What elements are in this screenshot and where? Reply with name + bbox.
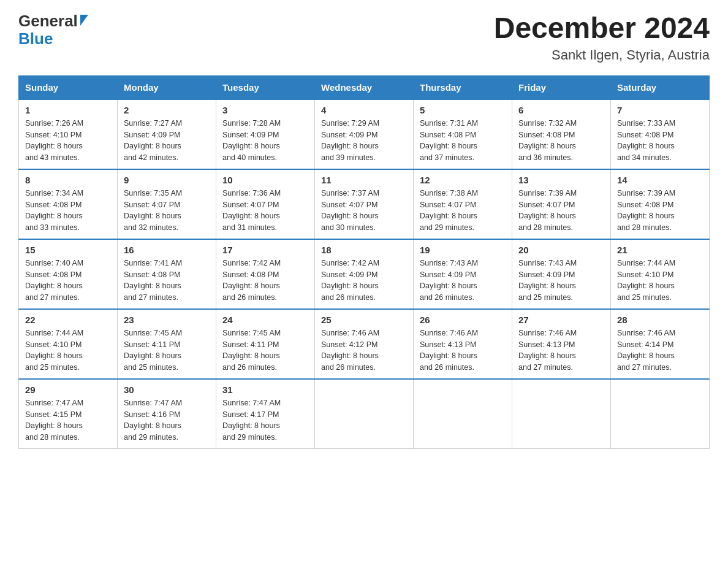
day-number: 2 — [124, 105, 210, 115]
calendar-cell — [315, 379, 414, 449]
day-info: Sunrise: 7:26 AMSunset: 4:10 PMDaylight:… — [25, 118, 111, 164]
calendar-cell: 13 Sunrise: 7:39 AMSunset: 4:07 PMDaylig… — [512, 169, 611, 239]
day-header-sunday: Sunday — [19, 75, 118, 99]
calendar-cell: 18 Sunrise: 7:42 AMSunset: 4:09 PMDaylig… — [315, 239, 414, 309]
calendar-table: SundayMondayTuesdayWednesdayThursdayFrid… — [18, 75, 710, 449]
calendar-cell: 14 Sunrise: 7:39 AMSunset: 4:08 PMDaylig… — [611, 169, 710, 239]
calendar-cell: 7 Sunrise: 7:33 AMSunset: 4:08 PMDayligh… — [611, 99, 710, 169]
calendar-cell: 12 Sunrise: 7:38 AMSunset: 4:07 PMDaylig… — [414, 169, 512, 239]
calendar-cell: 4 Sunrise: 7:29 AMSunset: 4:09 PMDayligh… — [315, 99, 414, 169]
calendar-cell: 21 Sunrise: 7:44 AMSunset: 4:10 PMDaylig… — [611, 239, 710, 309]
day-number: 12 — [420, 175, 506, 185]
page-subtitle: Sankt Ilgen, Styria, Austria — [494, 47, 710, 63]
day-number: 18 — [321, 245, 407, 255]
page-header: General Blue December 2024 Sankt Ilgen, … — [18, 12, 710, 63]
calendar-cell: 17 Sunrise: 7:42 AMSunset: 4:08 PMDaylig… — [216, 239, 315, 309]
day-number: 16 — [124, 245, 210, 255]
day-info: Sunrise: 7:36 AMSunset: 4:07 PMDaylight:… — [222, 188, 308, 234]
day-info: Sunrise: 7:43 AMSunset: 4:09 PMDaylight:… — [420, 258, 506, 304]
calendar-cell: 16 Sunrise: 7:41 AMSunset: 4:08 PMDaylig… — [118, 239, 216, 309]
day-number: 19 — [420, 245, 506, 255]
day-header-monday: Monday — [118, 75, 216, 99]
day-number: 23 — [124, 315, 210, 325]
day-number: 10 — [222, 175, 308, 185]
day-number: 8 — [25, 175, 111, 185]
calendar-cell: 26 Sunrise: 7:46 AMSunset: 4:13 PMDaylig… — [414, 309, 512, 379]
title-block: December 2024 Sankt Ilgen, Styria, Austr… — [494, 12, 710, 63]
day-info: Sunrise: 7:42 AMSunset: 4:08 PMDaylight:… — [222, 258, 308, 304]
day-number: 22 — [25, 315, 111, 325]
day-header-tuesday: Tuesday — [216, 75, 315, 99]
calendar-cell: 20 Sunrise: 7:43 AMSunset: 4:09 PMDaylig… — [512, 239, 611, 309]
day-number: 24 — [222, 315, 308, 325]
calendar-cell — [414, 379, 512, 449]
calendar-cell: 27 Sunrise: 7:46 AMSunset: 4:13 PMDaylig… — [512, 309, 611, 379]
day-number: 3 — [222, 105, 308, 115]
day-info: Sunrise: 7:39 AMSunset: 4:08 PMDaylight:… — [617, 188, 703, 234]
day-info: Sunrise: 7:40 AMSunset: 4:08 PMDaylight:… — [25, 258, 111, 304]
calendar-cell: 30 Sunrise: 7:47 AMSunset: 4:16 PMDaylig… — [118, 379, 216, 449]
day-number: 25 — [321, 315, 407, 325]
day-info: Sunrise: 7:46 AMSunset: 4:14 PMDaylight:… — [617, 327, 703, 373]
day-info: Sunrise: 7:44 AMSunset: 4:10 PMDaylight:… — [617, 258, 703, 304]
day-info: Sunrise: 7:34 AMSunset: 4:08 PMDaylight:… — [25, 188, 111, 234]
day-number: 26 — [420, 315, 506, 325]
day-info: Sunrise: 7:46 AMSunset: 4:13 PMDaylight:… — [518, 327, 604, 373]
day-number: 31 — [222, 385, 308, 395]
day-info: Sunrise: 7:35 AMSunset: 4:07 PMDaylight:… — [124, 188, 210, 234]
day-number: 15 — [25, 245, 111, 255]
calendar-body: 1 Sunrise: 7:26 AMSunset: 4:10 PMDayligh… — [19, 99, 710, 449]
calendar-cell: 28 Sunrise: 7:46 AMSunset: 4:14 PMDaylig… — [611, 309, 710, 379]
day-number: 4 — [321, 105, 407, 115]
calendar-header: SundayMondayTuesdayWednesdayThursdayFrid… — [19, 75, 710, 99]
day-info: Sunrise: 7:47 AMSunset: 4:15 PMDaylight:… — [25, 397, 111, 443]
day-number: 7 — [617, 105, 703, 115]
day-info: Sunrise: 7:37 AMSunset: 4:07 PMDaylight:… — [321, 188, 407, 234]
day-number: 14 — [617, 175, 703, 185]
day-info: Sunrise: 7:42 AMSunset: 4:09 PMDaylight:… — [321, 258, 407, 304]
day-number: 20 — [518, 245, 604, 255]
day-number: 5 — [420, 105, 506, 115]
day-number: 29 — [25, 385, 111, 395]
week-row-3: 15 Sunrise: 7:40 AMSunset: 4:08 PMDaylig… — [19, 239, 710, 309]
day-info: Sunrise: 7:47 AMSunset: 4:16 PMDaylight:… — [124, 397, 210, 443]
day-info: Sunrise: 7:46 AMSunset: 4:12 PMDaylight:… — [321, 327, 407, 373]
day-info: Sunrise: 7:43 AMSunset: 4:09 PMDaylight:… — [518, 258, 604, 304]
day-info: Sunrise: 7:44 AMSunset: 4:10 PMDaylight:… — [25, 327, 111, 373]
logo: General Blue — [18, 12, 88, 47]
day-info: Sunrise: 7:29 AMSunset: 4:09 PMDaylight:… — [321, 118, 407, 164]
week-row-2: 8 Sunrise: 7:34 AMSunset: 4:08 PMDayligh… — [19, 169, 710, 239]
day-number: 17 — [222, 245, 308, 255]
day-info: Sunrise: 7:38 AMSunset: 4:07 PMDaylight:… — [420, 188, 506, 234]
calendar-cell: 25 Sunrise: 7:46 AMSunset: 4:12 PMDaylig… — [315, 309, 414, 379]
day-number: 28 — [617, 315, 703, 325]
day-number: 6 — [518, 105, 604, 115]
calendar-cell: 1 Sunrise: 7:26 AMSunset: 4:10 PMDayligh… — [19, 99, 118, 169]
day-info: Sunrise: 7:47 AMSunset: 4:17 PMDaylight:… — [222, 397, 308, 443]
day-info: Sunrise: 7:31 AMSunset: 4:08 PMDaylight:… — [420, 118, 506, 164]
day-header-wednesday: Wednesday — [315, 75, 414, 99]
day-number: 11 — [321, 175, 407, 185]
calendar-cell — [611, 379, 710, 449]
day-number: 13 — [518, 175, 604, 185]
day-info: Sunrise: 7:46 AMSunset: 4:13 PMDaylight:… — [420, 327, 506, 373]
logo-icon: General Blue — [18, 12, 88, 47]
week-row-5: 29 Sunrise: 7:47 AMSunset: 4:15 PMDaylig… — [19, 379, 710, 449]
calendar-cell: 15 Sunrise: 7:40 AMSunset: 4:08 PMDaylig… — [19, 239, 118, 309]
calendar-cell: 8 Sunrise: 7:34 AMSunset: 4:08 PMDayligh… — [19, 169, 118, 239]
day-number: 21 — [617, 245, 703, 255]
day-info: Sunrise: 7:45 AMSunset: 4:11 PMDaylight:… — [124, 327, 210, 373]
logo-triangle-icon — [80, 15, 88, 26]
calendar-cell: 3 Sunrise: 7:28 AMSunset: 4:09 PMDayligh… — [216, 99, 315, 169]
calendar-cell: 9 Sunrise: 7:35 AMSunset: 4:07 PMDayligh… — [118, 169, 216, 239]
day-info: Sunrise: 7:28 AMSunset: 4:09 PMDaylight:… — [222, 118, 308, 164]
day-info: Sunrise: 7:45 AMSunset: 4:11 PMDaylight:… — [222, 327, 308, 373]
week-row-4: 22 Sunrise: 7:44 AMSunset: 4:10 PMDaylig… — [19, 309, 710, 379]
day-info: Sunrise: 7:39 AMSunset: 4:07 PMDaylight:… — [518, 188, 604, 234]
calendar-cell — [512, 379, 611, 449]
page-title: December 2024 — [494, 12, 710, 45]
calendar-cell: 19 Sunrise: 7:43 AMSunset: 4:09 PMDaylig… — [414, 239, 512, 309]
day-info: Sunrise: 7:32 AMSunset: 4:08 PMDaylight:… — [518, 118, 604, 164]
calendar-cell: 2 Sunrise: 7:27 AMSunset: 4:09 PMDayligh… — [118, 99, 216, 169]
calendar-cell: 24 Sunrise: 7:45 AMSunset: 4:11 PMDaylig… — [216, 309, 315, 379]
